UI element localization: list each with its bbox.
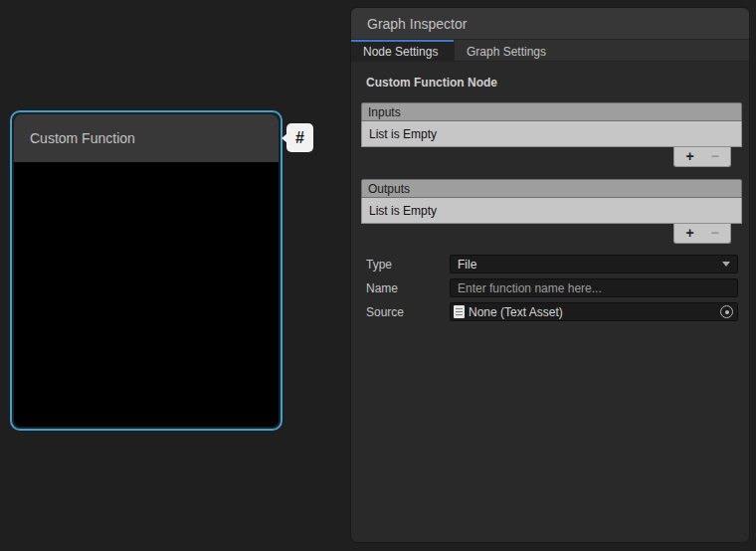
- tab-graph-settings[interactable]: Graph Settings: [454, 40, 558, 61]
- outputs-list-footer: + −: [673, 224, 731, 244]
- inputs-remove-button[interactable]: −: [702, 148, 727, 165]
- outputs-list-body[interactable]: List is Empty: [361, 198, 742, 224]
- outputs-list-header: Outputs: [361, 179, 742, 198]
- inspector-header[interactable]: Graph Inspector: [351, 8, 749, 40]
- inspector-content: Custom Function Node Inputs List is Empt…: [351, 62, 749, 542]
- hash-icon: #: [295, 129, 304, 147]
- type-dropdown-value: File: [458, 258, 476, 272]
- source-row: Source None (Text Asset): [361, 302, 738, 321]
- inspector-tab-strip: Node Settings Graph Settings: [351, 40, 749, 62]
- property-rows: Type File Name Source None (Text Asset): [361, 255, 738, 321]
- inputs-list-footer-row: + −: [361, 147, 742, 167]
- inputs-list-body[interactable]: List is Empty: [361, 121, 742, 147]
- name-row: Name: [361, 278, 738, 297]
- tab-node-settings-label: Node Settings: [363, 45, 438, 59]
- node-preview-area: [14, 162, 279, 427]
- outputs-remove-button[interactable]: −: [702, 225, 727, 242]
- node-hash-badge[interactable]: #: [286, 123, 313, 152]
- node-frame: Custom Function: [14, 114, 279, 427]
- outputs-list-footer-row: + −: [361, 224, 742, 244]
- source-label: Source: [361, 305, 450, 319]
- inputs-list-header: Inputs: [361, 102, 742, 121]
- inputs-empty-label: List is Empty: [369, 127, 437, 141]
- name-label: Name: [361, 281, 450, 295]
- node-title: Custom Function: [30, 130, 135, 146]
- source-object-field[interactable]: None (Text Asset): [450, 302, 738, 321]
- tab-graph-settings-label: Graph Settings: [467, 45, 546, 59]
- section-title: Custom Function Node: [366, 76, 739, 90]
- graph-inspector-panel: Graph Inspector Node Settings Graph Sett…: [351, 8, 749, 542]
- inputs-list: Inputs List is Empty + −: [361, 102, 742, 167]
- tab-node-settings[interactable]: Node Settings: [351, 40, 454, 61]
- source-object-value: None (Text Asset): [469, 305, 563, 319]
- outputs-add-button[interactable]: +: [677, 225, 702, 242]
- type-dropdown[interactable]: File: [450, 255, 738, 274]
- function-name-input[interactable]: [450, 278, 738, 297]
- node-header[interactable]: Custom Function: [14, 114, 279, 162]
- outputs-list: Outputs List is Empty + −: [361, 179, 742, 244]
- inputs-list-footer: + −: [673, 147, 731, 167]
- text-asset-icon: [454, 305, 465, 318]
- object-picker-icon[interactable]: [720, 305, 733, 318]
- type-row: Type File: [361, 255, 738, 274]
- outputs-list-header-label: Outputs: [368, 182, 410, 196]
- custom-function-node[interactable]: Custom Function: [10, 110, 283, 431]
- inputs-list-header-label: Inputs: [368, 105, 401, 119]
- inspector-title: Graph Inspector: [367, 16, 467, 32]
- type-label: Type: [361, 258, 450, 272]
- chevron-down-icon: [722, 262, 730, 267]
- outputs-empty-label: List is Empty: [369, 204, 437, 218]
- inputs-add-button[interactable]: +: [677, 148, 702, 165]
